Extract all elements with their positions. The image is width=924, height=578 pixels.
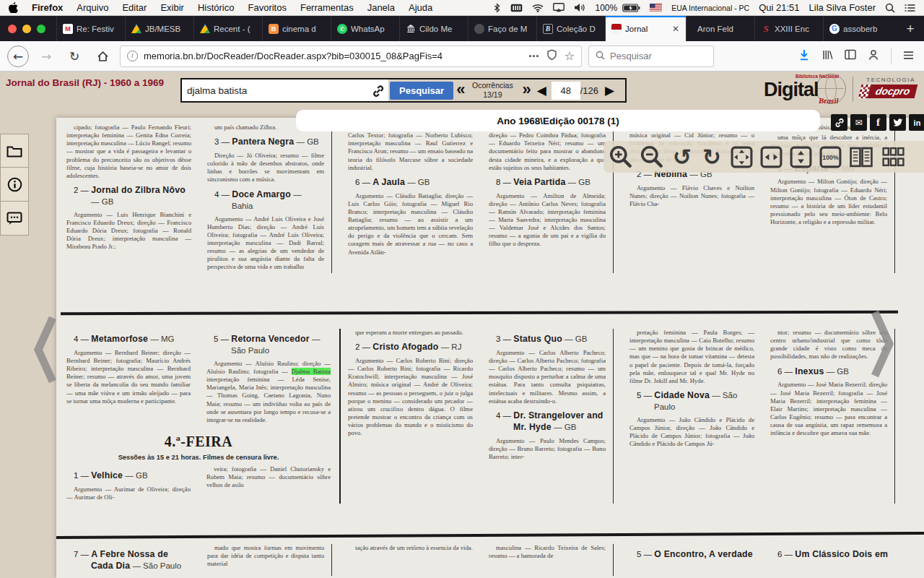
share-email-icon[interactable]: ✉ <box>850 114 867 131</box>
search-button[interactable]: Pesquisar <box>390 82 453 100</box>
back-button[interactable]: ← <box>7 46 29 67</box>
home-button[interactable] <box>92 46 113 67</box>
sidebar-comments-icon[interactable] <box>0 202 29 236</box>
column-divider-rule <box>61 311 898 315</box>
reload-button[interactable]: ↻ <box>64 46 85 67</box>
wifi-icon[interactable] <box>532 4 544 12</box>
newspaper-column: masculina — Ricardo Teixeira de Sales; r… <box>489 544 614 576</box>
sidebar-toggle-icon[interactable] <box>845 49 856 63</box>
fast-user-switch-label[interactable]: Lila Silva Foster <box>809 2 876 13</box>
docpro-logo[interactable]: TECNOLOGIA docpro <box>860 77 922 98</box>
book-view-icon[interactable] <box>847 143 875 171</box>
share-facebook-icon[interactable]: f <box>870 114 886 131</box>
next-page-icon[interactable]: ▶ <box>600 85 619 97</box>
tab-aron-feld[interactable]: Aron Feld <box>686 16 754 41</box>
docreader-search-input[interactable] <box>182 79 388 101</box>
tab-cole-o-d[interactable]: BColeção D <box>536 16 605 41</box>
tab-close-icon[interactable]: ✕ <box>671 24 680 34</box>
menu-item-firefox[interactable]: Firefox <box>32 2 63 13</box>
zoom-in-icon[interactable] <box>608 143 634 171</box>
share-linkedin-icon[interactable]: in <box>909 114 924 131</box>
pocket-shield-icon[interactable] <box>546 49 557 63</box>
menu-item-favoritos[interactable]: Favoritos <box>248 2 286 13</box>
spotlight-search-icon[interactable] <box>885 3 895 13</box>
previous-page-icon[interactable]: ◀ <box>532 85 552 97</box>
menu-item-editar[interactable]: Editar <box>122 2 147 13</box>
menu-item-janela[interactable]: Janela <box>367 2 395 13</box>
window-controls <box>0 16 56 41</box>
forward-button[interactable]: → <box>35 46 57 67</box>
tab-re-festiv[interactable]: MRe: Festiv <box>56 16 125 41</box>
tab-cildo-me[interactable]: Cildo Me <box>399 16 468 41</box>
url-input[interactable] <box>144 51 523 61</box>
newspaper-column: tação através de um retôrno à essencia d… <box>348 544 473 576</box>
rotate-right-icon[interactable]: ↻ <box>699 143 724 171</box>
downloads-icon[interactable] <box>798 49 810 64</box>
tab-assoberb[interactable]: Gassoberb <box>823 16 892 41</box>
thumbnails-icon[interactable] <box>880 143 906 171</box>
rotate-left-icon[interactable]: ↺ <box>670 143 694 171</box>
bn-favicon-icon: B <box>543 24 553 34</box>
tabs-strip: MRe: FestivJB/MESBRecent - (Bcinema d✆Wh… <box>56 16 897 41</box>
fit-height-icon[interactable] <box>788 143 813 171</box>
account-icon[interactable] <box>868 49 879 64</box>
fit-page-icon[interactable] <box>729 143 754 171</box>
article-paragraph: Argumento — André Luis Oliveira e José H… <box>207 215 324 272</box>
share-twitter-icon[interactable] <box>889 114 906 131</box>
menu-item-ferramentas[interactable]: Ferramentas <box>300 2 354 13</box>
article-paragraph: Argumento — Bernhard Beiner; direção — B… <box>66 349 191 405</box>
newspaper-page-scan[interactable]: cipado; fotografia — Paulo Fernando Fleu… <box>56 118 924 578</box>
tab-whatsap[interactable]: ✆WhatsAp <box>331 16 399 41</box>
bluetooth-icon[interactable] <box>493 3 501 13</box>
tab-recent-[interactable]: Recent - ( <box>193 16 262 41</box>
menu-item-histórico[interactable]: Histórico <box>198 2 235 13</box>
url-bar[interactable]: i ⋯ ☆ <box>120 46 582 67</box>
display-icon[interactable] <box>553 3 565 12</box>
next-page-chevron[interactable] <box>870 308 894 383</box>
menu-item-exibir[interactable]: Exibir <box>160 2 184 13</box>
notification-center-icon[interactable] <box>905 4 915 12</box>
apple-menu-icon[interactable] <box>9 2 18 13</box>
menu-hamburger-icon[interactable] <box>903 50 914 63</box>
search-placeholder: Pesquisar <box>610 51 652 61</box>
input-source-label[interactable]: EUA Internacional - PC <box>671 4 749 12</box>
zoom-out-icon[interactable] <box>639 143 665 171</box>
tab-jb-mesb[interactable]: JB/MESB <box>125 16 193 41</box>
browser-search-bar[interactable]: Pesquisar <box>588 46 714 67</box>
us-flag-icon[interactable] <box>650 4 662 12</box>
volume-icon[interactable] <box>574 3 585 12</box>
close-window-button[interactable] <box>8 25 17 33</box>
bookmark-star-icon[interactable]: ☆ <box>565 49 575 63</box>
zoom-window-button[interactable] <box>37 25 45 33</box>
share-link-icon[interactable] <box>831 114 847 131</box>
viewer-sidebar <box>0 134 29 236</box>
previous-page-chevron[interactable] <box>33 314 58 389</box>
library-icon[interactable] <box>821 49 833 64</box>
site-info-icon[interactable]: i <box>127 51 138 61</box>
tab-fa-o-de-m[interactable]: Faço de M <box>468 16 536 41</box>
fit-width-icon[interactable] <box>759 143 783 171</box>
prev-occurrence-icon[interactable]: « <box>453 82 466 99</box>
bn-digital-logo[interactable]: Biblioteca Nacional Digital Brasil <box>764 73 847 105</box>
page-actions-icon[interactable]: ⋯ <box>528 50 539 63</box>
tab-jornal[interactable]: Jornal✕ <box>605 16 686 41</box>
google-favicon-icon: G <box>829 24 840 34</box>
input-source-icon[interactable] <box>510 4 523 12</box>
article-paragraph: pretação feminina — Paula Borges; — inte… <box>629 329 754 385</box>
sidebar-folder-icon[interactable] <box>0 134 29 168</box>
menu-item-ajuda[interactable]: Ajuda <box>409 2 432 13</box>
link-chain-icon[interactable] <box>371 84 385 101</box>
tab-cinema-d[interactable]: Bcinema d <box>262 16 331 41</box>
page-number-input[interactable] <box>552 82 580 100</box>
menu-clock[interactable]: Qui 21:51 <box>759 2 799 13</box>
logo-tecnologia-word: TECNOLOGIA <box>860 77 922 83</box>
article-paragraph: tação através de um retôrno à essencia d… <box>348 544 473 552</box>
sidebar-info-icon[interactable] <box>0 168 29 202</box>
next-occurrence-icon[interactable]: » <box>519 82 531 99</box>
zoom-100-icon[interactable]: 100% <box>818 143 842 171</box>
minimize-window-button[interactable] <box>22 25 31 33</box>
article-heading: 5 — Retorna Vencedor — São Paulo <box>206 334 331 356</box>
menu-item-arquivo[interactable]: Arquivo <box>77 2 108 13</box>
new-tab-button[interactable]: + <box>897 16 924 41</box>
tab-xxiii-enc[interactable]: SXXIII Enc <box>754 16 823 41</box>
